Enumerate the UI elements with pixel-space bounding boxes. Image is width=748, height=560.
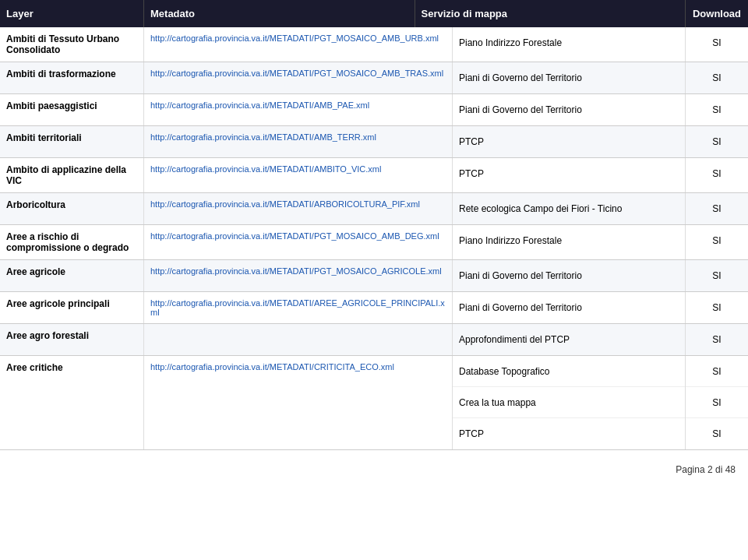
download-value: SI — [686, 260, 748, 291]
service-download-panel: PTCPSI — [453, 158, 748, 192]
service-download-panel: Piani di Governo del TerritorioSI — [453, 94, 748, 125]
service-column: Database TopograficoCrea la tua mappaPTC… — [453, 356, 686, 449]
service-column: Rete ecologica Campo dei Fiori - Ticino — [453, 193, 686, 224]
table-row: Ambiti paesaggisticihttp://cartografia.p… — [0, 94, 748, 126]
download-value: SI — [686, 387, 748, 418]
meta-link[interactable]: http://cartografia.provincia.va.it/METAD… — [150, 69, 443, 78]
download-column: SI — [686, 225, 748, 259]
download-value: SI — [686, 158, 748, 189]
service-download-panel: Database TopograficoCrea la tua mappaPTC… — [453, 356, 748, 449]
service-download-panel: Approfondimenti del PTCPSI — [453, 324, 748, 355]
meta-cell: http://cartografia.provincia.va.it/METAD… — [144, 356, 453, 449]
page-info: Pagina 2 di 48 — [0, 456, 748, 483]
service-download-panel: Piani di Governo del TerritorioSI — [453, 292, 748, 323]
layer-name: Ambiti di Tessuto Urbano Consolidato — [0, 27, 144, 62]
service-column: Approfondimenti del PTCP — [453, 324, 686, 355]
meta-link[interactable]: http://cartografia.provincia.va.it/METAD… — [150, 100, 369, 110]
download-value: SI — [686, 324, 748, 355]
service-column: Piani di Governo del Territorio — [453, 260, 686, 291]
download-column: SI — [686, 94, 748, 125]
header-servizio: Servizio di mappa — [415, 0, 686, 27]
table-row: Ambiti di Tessuto Urbano Consolidatohttp… — [0, 27, 748, 62]
service-download-panel: Piano Indirizzo ForestaleSI — [453, 27, 748, 62]
table-row: Arboricolturahttp://cartografia.provinci… — [0, 193, 748, 225]
meta-link[interactable]: http://cartografia.provincia.va.it/METAD… — [150, 132, 376, 142]
service-column: Piano Indirizzo Forestale — [453, 225, 686, 259]
service-name: Piani di Governo del Territorio — [453, 260, 685, 291]
download-column: SI — [686, 324, 748, 355]
download-column: SI — [686, 62, 748, 93]
service-column: Piani di Governo del Territorio — [453, 94, 686, 125]
download-value: SI — [686, 292, 748, 323]
download-value: SI — [686, 126, 748, 157]
download-value: SI — [686, 418, 748, 449]
service-name: Piani di Governo del Territorio — [453, 62, 685, 93]
download-column: SI — [686, 260, 748, 291]
meta-link[interactable]: http://cartografia.provincia.va.it/METAD… — [150, 199, 420, 209]
meta-link[interactable]: http://cartografia.provincia.va.it/METAD… — [150, 298, 445, 317]
layer-name: Aree agricole principali — [0, 292, 144, 323]
service-name: Piano Indirizzo Forestale — [453, 225, 685, 256]
download-value: SI — [686, 193, 748, 224]
meta-link[interactable]: http://cartografia.provincia.va.it/METAD… — [150, 33, 439, 43]
meta-cell: http://cartografia.provincia.va.it/METAD… — [144, 126, 453, 157]
service-download-panel: PTCPSI — [453, 126, 748, 157]
layer-name: Aree agricole — [0, 260, 144, 291]
meta-cell: http://cartografia.provincia.va.it/METAD… — [144, 94, 453, 125]
download-column: SI — [686, 292, 748, 323]
meta-link[interactable]: http://cartografia.provincia.va.it/METAD… — [150, 164, 381, 174]
download-column: SI — [686, 193, 748, 224]
download-value: SI — [686, 94, 748, 125]
service-download-panel: Piano Indirizzo ForestaleSI — [453, 225, 748, 259]
download-column: SI — [686, 158, 748, 192]
meta-cell: http://cartografia.provincia.va.it/METAD… — [144, 260, 453, 291]
download-value: SI — [686, 27, 748, 58]
meta-link[interactable]: http://cartografia.provincia.va.it/METAD… — [150, 266, 442, 276]
layer-name: Ambiti paesaggistici — [0, 94, 144, 125]
table-row: Ambito di applicazine della VIChttp://ca… — [0, 158, 748, 193]
service-column: Piani di Governo del Territorio — [453, 62, 686, 93]
table-body: Ambiti di Tessuto Urbano Consolidatohttp… — [0, 27, 748, 450]
service-name: Rete ecologica Campo dei Fiori - Ticino — [453, 193, 685, 224]
service-download-panel: Rete ecologica Campo dei Fiori - TicinoS… — [453, 193, 748, 224]
service-name: Piani di Governo del Territorio — [453, 94, 685, 125]
meta-cell: http://cartografia.provincia.va.it/METAD… — [144, 27, 453, 62]
layer-name: Ambiti di trasformazione — [0, 62, 144, 93]
meta-cell — [144, 324, 453, 355]
service-name: Piani di Governo del Territorio — [453, 292, 685, 323]
layer-name: Aree a rischio di compromissione o degra… — [0, 225, 144, 259]
service-download-panel: Piani di Governo del TerritorioSI — [453, 260, 748, 291]
meta-cell: http://cartografia.provincia.va.it/METAD… — [144, 225, 453, 259]
layer-name: Arboricoltura — [0, 193, 144, 224]
meta-cell: http://cartografia.provincia.va.it/METAD… — [144, 158, 453, 192]
service-name: PTCP — [453, 126, 685, 157]
service-name: Database Topografico — [453, 356, 685, 387]
table-row: Aree agro forestaliApprofondimenti del P… — [0, 324, 748, 356]
table-row: Aree agricole principalihttp://cartograf… — [0, 292, 748, 324]
meta-cell: http://cartografia.provincia.va.it/METAD… — [144, 62, 453, 93]
table-row: Ambiti territorialihttp://cartografia.pr… — [0, 126, 748, 158]
meta-link[interactable]: http://cartografia.provincia.va.it/METAD… — [150, 362, 394, 372]
service-name: Piano Indirizzo Forestale — [453, 27, 685, 58]
layer-name: Ambito di applicazine della VIC — [0, 158, 144, 192]
service-column: PTCP — [453, 126, 686, 157]
download-value: SI — [686, 225, 748, 256]
meta-link[interactable]: http://cartografia.provincia.va.it/METAD… — [150, 231, 439, 241]
table-row: Aree a rischio di compromissione o degra… — [0, 225, 748, 260]
download-value: SI — [686, 62, 748, 93]
service-name: Crea la tua mappa — [453, 387, 685, 418]
page-container: Layer Metadato Servizio di mappa Downloa… — [0, 0, 748, 560]
page-number-label: Pagina 2 di 48 — [676, 464, 736, 475]
service-name: PTCP — [453, 158, 685, 189]
download-column: SI — [686, 126, 748, 157]
service-name: PTCP — [453, 418, 685, 449]
header-metadato: Metadato — [144, 0, 415, 27]
download-column: SI — [686, 27, 748, 62]
layer-name: Aree critiche — [0, 356, 144, 449]
download-column: SISISI — [686, 356, 748, 449]
table-row: Ambiti di trasformazionehttp://cartograf… — [0, 62, 748, 94]
header-layer: Layer — [0, 0, 144, 27]
meta-cell: http://cartografia.provincia.va.it/METAD… — [144, 193, 453, 224]
download-value: SI — [686, 356, 748, 387]
table-header: Layer Metadato Servizio di mappa Downloa… — [0, 0, 748, 27]
